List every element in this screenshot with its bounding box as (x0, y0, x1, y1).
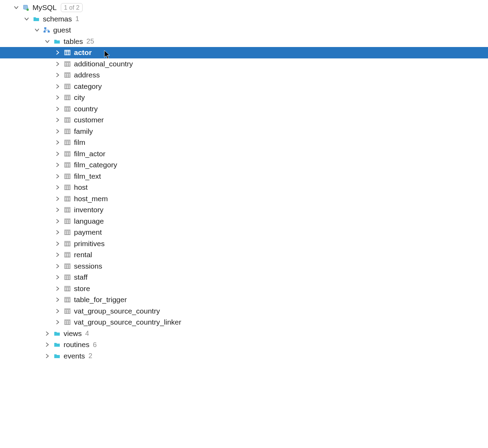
chevron-right-icon[interactable] (54, 172, 62, 180)
table-host[interactable]: host (0, 182, 488, 193)
chevron-right-icon[interactable] (54, 262, 62, 270)
chevron-right-icon[interactable] (54, 228, 62, 236)
table-icon (64, 128, 71, 135)
table-additional_country[interactable]: additional_country (0, 58, 488, 70)
tree-item-label: family (74, 127, 93, 136)
table-primitives[interactable]: primitives (0, 238, 488, 250)
svg-rect-45 (65, 106, 70, 108)
table-icon (64, 195, 71, 203)
table-icon (64, 285, 71, 292)
schema-icon (43, 26, 50, 34)
chevron-right-icon[interactable] (44, 330, 51, 337)
chevron-right-icon[interactable] (54, 49, 62, 56)
chevron-right-icon[interactable] (54, 71, 62, 79)
chevron-right-icon[interactable] (54, 318, 62, 326)
table-family[interactable]: family (0, 126, 488, 137)
chevron-right-icon[interactable] (54, 128, 62, 135)
table-film_text[interactable]: film_text (0, 171, 488, 182)
table-sessions[interactable]: sessions (0, 261, 488, 272)
datasource-mysql[interactable]: MySQL1 of 2 (0, 2, 488, 13)
chevron-right-icon[interactable] (54, 273, 62, 281)
table-staff[interactable]: staff (0, 272, 488, 283)
chevron-right-icon[interactable] (54, 150, 62, 158)
table-country[interactable]: country (0, 103, 488, 115)
table-language[interactable]: language (0, 216, 488, 227)
chevron-right-icon[interactable] (44, 352, 51, 360)
folder-routines[interactable]: routines6 (0, 339, 488, 351)
table-address[interactable]: address (0, 69, 488, 81)
table-city[interactable]: city (0, 92, 488, 103)
svg-rect-59 (65, 129, 70, 130)
chevron-right-icon[interactable] (54, 105, 62, 113)
chevron-right-icon[interactable] (54, 139, 62, 146)
table-icon (64, 60, 71, 68)
item-count: 2 (88, 352, 92, 360)
chevron-right-icon[interactable] (54, 116, 62, 124)
datasource-icon (22, 4, 30, 11)
tree-item-label: country (74, 105, 98, 113)
tree-item-label: host (74, 183, 88, 192)
chevron-right-icon[interactable] (44, 341, 51, 348)
tree-item-label: table_for_trigger (74, 296, 127, 304)
svg-rect-24 (65, 73, 70, 74)
tree-item-label: film_actor (74, 150, 105, 158)
tree-item-label: staff (74, 273, 87, 281)
chevron-right-icon[interactable] (54, 83, 62, 90)
svg-rect-101 (65, 196, 70, 198)
table-vat_group_source_country_linker[interactable]: vat_group_source_country_linker (0, 317, 488, 328)
chevron-right-icon[interactable] (54, 161, 62, 169)
table-category[interactable]: category (0, 81, 488, 92)
table-customer[interactable]: customer (0, 114, 488, 126)
chevron-down-icon[interactable] (23, 15, 30, 23)
svg-rect-178 (65, 320, 70, 321)
chevron-right-icon[interactable] (54, 217, 62, 225)
item-count: 6 (93, 341, 97, 349)
chevron-right-icon[interactable] (54, 307, 62, 315)
chevron-down-icon[interactable] (44, 38, 51, 45)
table-inventory[interactable]: inventory (0, 204, 488, 216)
folder-schemas[interactable]: schemas1 (0, 13, 488, 25)
chevron-right-icon[interactable] (54, 206, 62, 214)
table-actor[interactable]: actor (0, 47, 488, 58)
chevron-right-icon[interactable] (54, 94, 62, 101)
datasource-badge: 1 of 2 (61, 3, 83, 12)
tree-item-label: address (74, 71, 100, 79)
chevron-right-icon[interactable] (54, 251, 62, 259)
folder-events[interactable]: events2 (0, 351, 488, 362)
schema-guest[interactable]: guest (0, 25, 488, 36)
svg-point-0 (27, 9, 29, 11)
folder-views[interactable]: views4 (0, 328, 488, 339)
folder-tables[interactable]: tables25 (0, 36, 488, 47)
chevron-right-icon[interactable] (54, 240, 62, 248)
table-table_for_trigger[interactable]: table_for_trigger (0, 294, 488, 306)
chevron-right-icon[interactable] (54, 296, 62, 304)
table-film_category[interactable]: film_category (0, 159, 488, 171)
table-icon (64, 49, 71, 56)
table-icon (64, 251, 71, 259)
chevron-right-icon[interactable] (54, 184, 62, 191)
chevron-down-icon[interactable] (12, 4, 20, 11)
chevron-down-icon[interactable] (33, 26, 41, 34)
table-film_actor[interactable]: film_actor (0, 148, 488, 160)
tree-item-label: tables (64, 37, 83, 46)
chevron-right-icon[interactable] (54, 60, 62, 68)
svg-rect-171 (65, 309, 70, 310)
table-payment[interactable]: payment (0, 227, 488, 238)
tree-item-label: events (64, 352, 85, 360)
table-store[interactable]: store (0, 283, 488, 295)
table-rental[interactable]: rental (0, 249, 488, 261)
table-host_mem[interactable]: host_mem (0, 193, 488, 205)
svg-rect-94 (65, 185, 70, 186)
svg-rect-122 (65, 230, 70, 231)
tree-item-label: guest (53, 26, 71, 34)
chevron-right-icon[interactable] (54, 195, 62, 203)
item-count: 1 (75, 15, 79, 23)
tree-item-label: category (74, 82, 102, 91)
chevron-right-icon[interactable] (54, 285, 62, 292)
tree-item-label: film_text (74, 172, 101, 180)
table-film[interactable]: film (0, 137, 488, 148)
tree-item-label: film_category (74, 161, 117, 169)
tree-item-label: store (74, 284, 90, 293)
svg-rect-157 (65, 286, 70, 288)
table-vat_group_source_country[interactable]: vat_group_source_country (0, 306, 488, 317)
